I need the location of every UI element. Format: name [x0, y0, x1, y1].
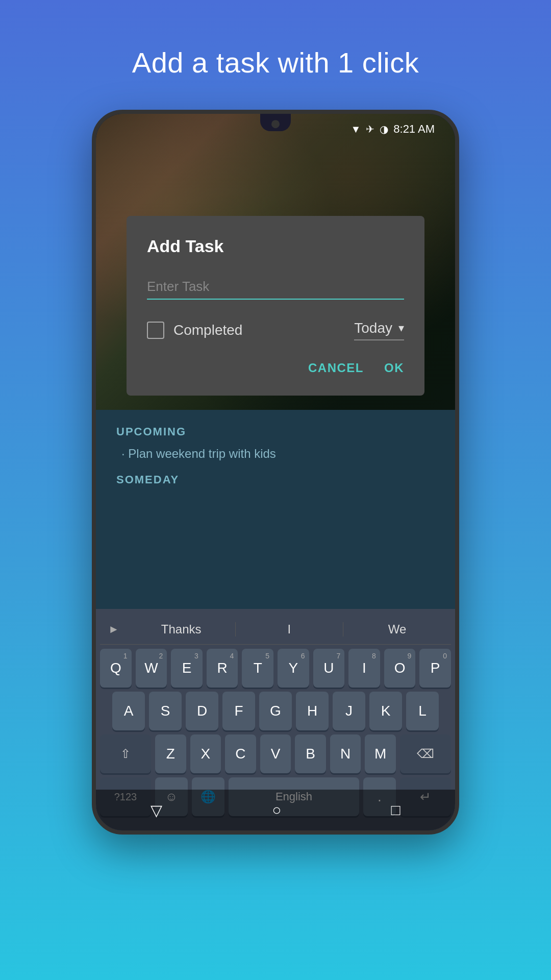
suggestions-row: ► Thanks I We: [100, 614, 451, 645]
key-n[interactable]: N: [330, 734, 361, 773]
page-title: Add a task with 1 click: [132, 46, 419, 79]
airplane-icon: ✈: [366, 123, 374, 135]
suggestion-i[interactable]: I: [236, 622, 344, 636]
key-l[interactable]: L: [406, 692, 439, 730]
key-m[interactable]: M: [365, 734, 396, 773]
key-g[interactable]: G: [259, 692, 292, 730]
key-t[interactable]: 5T: [242, 649, 273, 688]
status-time: 8:21 AM: [393, 122, 435, 136]
key-j[interactable]: J: [333, 692, 365, 730]
task-input[interactable]: [147, 275, 404, 300]
suggestions-arrow-icon[interactable]: ►: [100, 623, 128, 636]
completed-section: Completed: [147, 322, 242, 339]
key-f[interactable]: F: [222, 692, 255, 730]
completed-checkbox[interactable]: [147, 322, 164, 339]
key-k[interactable]: K: [369, 692, 402, 730]
nav-bar: ▽ ○ □: [96, 790, 455, 830]
suggestion-we[interactable]: We: [343, 622, 451, 636]
key-p[interactable]: 0P: [419, 649, 451, 688]
key-x[interactable]: X: [190, 734, 221, 773]
key-c[interactable]: C: [225, 734, 256, 773]
key-e[interactable]: 3E: [171, 649, 203, 688]
key-b[interactable]: B: [295, 734, 326, 773]
home-button[interactable]: ○: [272, 801, 281, 819]
wifi-icon: ▼: [350, 124, 361, 135]
someday-header: SOMEDAY: [116, 473, 435, 486]
key-y[interactable]: 6Y: [278, 649, 309, 688]
add-task-dialog: Add Task Completed Today ▾ CANCEL OK: [127, 216, 424, 396]
suggestion-thanks[interactable]: Thanks: [128, 622, 236, 636]
recents-button[interactable]: □: [391, 801, 400, 819]
status-icons: ▼ ✈ ◑ 8:21 AM: [350, 122, 435, 136]
phone-screen: ▼ ✈ ◑ 8:21 AM Add Task Completed Today ▾: [96, 114, 455, 830]
key-a[interactable]: A: [112, 692, 145, 730]
back-button[interactable]: ▽: [151, 801, 162, 819]
key-r[interactable]: 4R: [207, 649, 238, 688]
key-h[interactable]: H: [296, 692, 329, 730]
key-row-1: 1Q 2W 3E 4R 5T 6Y 7U 8I 9O 0P: [100, 649, 451, 688]
status-bar: ▼ ✈ ◑ 8:21 AM: [96, 114, 455, 144]
dialog-actions: CANCEL OK: [147, 361, 404, 375]
alarm-icon: ◑: [380, 123, 388, 135]
key-s[interactable]: S: [149, 692, 182, 730]
dialog-options-row: Completed Today ▾: [147, 320, 404, 340]
camera: [271, 120, 280, 128]
key-z[interactable]: Z: [155, 734, 186, 773]
key-w[interactable]: 2W: [136, 649, 167, 688]
key-row-2: A S D F G H J K L: [100, 692, 451, 730]
dialog-title: Add Task: [147, 236, 404, 256]
key-o[interactable]: 9O: [384, 649, 416, 688]
completed-label: Completed: [173, 322, 242, 338]
key-d[interactable]: D: [186, 692, 218, 730]
key-row-3: ⇧ Z X C V B N M ⌫: [100, 734, 451, 773]
ok-button[interactable]: OK: [384, 361, 404, 375]
delete-key[interactable]: ⌫: [400, 734, 451, 773]
date-dropdown[interactable]: Today ▾: [354, 320, 404, 340]
dropdown-arrow-icon: ▾: [398, 322, 404, 335]
key-v[interactable]: V: [260, 734, 291, 773]
key-u[interactable]: 7U: [313, 649, 345, 688]
notch: [260, 114, 291, 131]
key-i[interactable]: 8I: [348, 649, 380, 688]
cancel-button[interactable]: CANCEL: [308, 361, 364, 375]
task-item-1: · Plan weekend trip with kids: [116, 447, 435, 461]
key-q[interactable]: 1Q: [100, 649, 132, 688]
upcoming-header: UPCOMING: [116, 425, 435, 438]
date-label: Today: [354, 320, 392, 336]
shift-key[interactable]: ⇧: [100, 734, 151, 773]
phone-mockup: ▼ ✈ ◑ 8:21 AM Add Task Completed Today ▾: [92, 110, 459, 835]
